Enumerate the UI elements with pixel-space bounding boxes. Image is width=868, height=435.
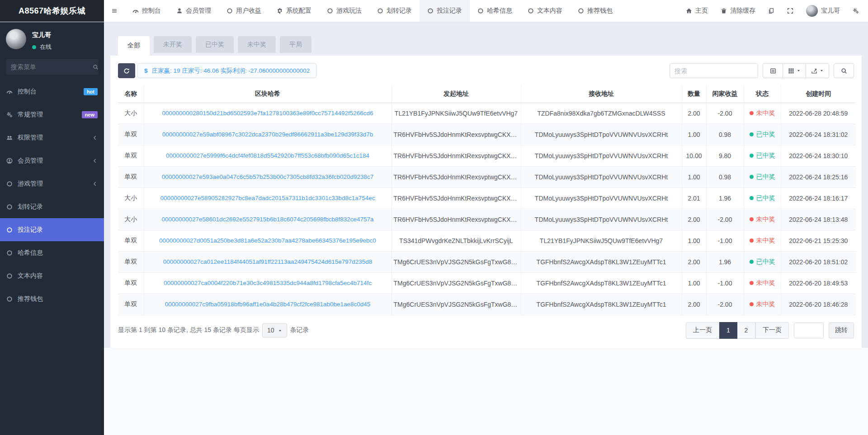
clear-cache-button[interactable]: 清除缓存: [714, 0, 762, 22]
cell-player-profit: 9.80: [706, 145, 744, 166]
user-menu[interactable]: 宝儿哥: [800, 0, 846, 22]
tab[interactable]: 平局: [280, 36, 311, 53]
tab[interactable]: 未开奖: [154, 36, 192, 53]
column-header[interactable]: 区块哈希: [144, 85, 392, 103]
topnav-item[interactable]: 游戏玩法: [319, 0, 369, 22]
page-number-button[interactable]: 2: [737, 322, 755, 339]
cell-created-time: 2022-06-20 18:51:02: [781, 251, 856, 272]
sidebar: 宝儿哥 在线 控制台 hot 常规管理 new: [0, 22, 104, 435]
sidebar-item-label: 文本内容: [18, 272, 43, 280]
column-header[interactable]: 闲家收益: [706, 85, 744, 103]
column-header[interactable]: 发起地址: [392, 85, 521, 103]
sidebar-toggle-icon[interactable]: [104, 0, 125, 22]
page-number-button[interactable]: 1: [719, 322, 737, 339]
sidebar-item[interactable]: 投注记录: [0, 218, 104, 241]
table-row[interactable]: 单双 00000000027e593ae0a047c6c5b57b253b00c…: [118, 166, 856, 187]
cell-block-hash-link[interactable]: 00000000027d0051a250be3d81a6e52a230b7aa4…: [144, 230, 392, 251]
sidebar-item[interactable]: 权限管理: [0, 126, 104, 149]
topnav-item[interactable]: 控制台: [125, 0, 169, 22]
page-size-select[interactable]: 10: [262, 323, 287, 337]
detail-view-button[interactable]: [763, 63, 783, 78]
home-icon: [686, 8, 692, 14]
cell-name: 大小: [118, 103, 144, 124]
page-jump-input[interactable]: [794, 323, 824, 338]
table-row[interactable]: 单双 00000000027d0051a250be3d81a6e52a230b7…: [118, 230, 856, 251]
sidebar-item[interactable]: 控制台 hot: [0, 80, 104, 103]
sidebar-item[interactable]: 推荐钱包: [0, 287, 104, 310]
sidebar-item[interactable]: 哈希信息: [0, 241, 104, 264]
refresh-button[interactable]: [118, 63, 135, 78]
cell-player-profit: -1.00: [706, 272, 744, 294]
columns-button[interactable]: [783, 63, 806, 78]
sidebar-item[interactable]: 会员管理: [0, 149, 104, 172]
search-button[interactable]: [834, 63, 854, 78]
tab[interactable]: 已中奖: [196, 36, 234, 53]
home-button[interactable]: 主页: [679, 0, 714, 22]
sidebar-item[interactable]: 游戏管理: [0, 172, 104, 195]
table-row[interactable]: 单双 00000000027e5999f6c4dcf4fef0818d55429…: [118, 145, 856, 166]
sidebar-item[interactable]: 常规管理 new: [0, 103, 104, 126]
table-row[interactable]: 大小 00000000027e58601dc2692e5527915b6b18c…: [118, 209, 856, 230]
cell-created-time: 2022-06-24 18:13:48: [781, 209, 856, 230]
status-label: 已中奖: [756, 131, 775, 138]
cell-block-hash-link[interactable]: 00000000027e58601dc2692e5527915b6b18c607…: [144, 209, 392, 230]
fullscreen-button[interactable]: [781, 0, 800, 22]
cell-block-hash-link[interactable]: 00000000027e5999f6c4dcf4fef0818d5542920b…: [144, 145, 392, 166]
sidebar-item-label: 游戏管理: [18, 180, 43, 188]
cell-player-profit: -2.00: [706, 103, 744, 124]
topnav-item-label: 投注记录: [437, 7, 462, 15]
table-search-input[interactable]: [670, 63, 758, 78]
cell-to-address: TGFHbnfS2AwcgXAdspT8KL3W1ZEuyMTTc1: [521, 272, 682, 294]
topnav-item[interactable]: 推荐钱包: [570, 0, 620, 22]
topnav-item[interactable]: 划转记录: [369, 0, 420, 22]
column-header[interactable]: 数量: [682, 85, 706, 103]
table-row[interactable]: 单双 00000000027e59abf08967c3022dca2370b29…: [118, 124, 856, 145]
next-page-button[interactable]: 下一页: [755, 322, 789, 339]
export-button[interactable]: [806, 63, 829, 78]
column-header[interactable]: 名称: [118, 85, 144, 103]
prev-page-button[interactable]: 上一页: [686, 322, 719, 339]
tab-label: 已中奖: [205, 41, 224, 48]
topnav-item[interactable]: 用户收益: [219, 0, 269, 22]
table-row[interactable]: 单双 00000000027c9fba05918bfb96aff1e0a4b28…: [118, 294, 856, 315]
tab-label: 平局: [289, 41, 302, 48]
cell-player-profit: 1.96: [706, 251, 744, 272]
tachometer-icon: [6, 89, 13, 95]
status-label: 已中奖: [756, 173, 775, 180]
cell-created-time: 2022-06-24 18:31:02: [781, 124, 856, 145]
topnav-item[interactable]: 投注记录: [420, 0, 470, 22]
copy-button[interactable]: [762, 0, 781, 22]
topnav-item[interactable]: 文本内容: [520, 0, 570, 22]
cell-block-hash-link[interactable]: 00000000027ca012ee1184f44051af91ff22113a…: [144, 251, 392, 272]
tab[interactable]: 全部: [118, 36, 150, 56]
trash-icon: [721, 8, 727, 14]
sidebar-item[interactable]: 文本内容: [0, 264, 104, 287]
settings-button[interactable]: [846, 0, 865, 22]
circle-icon: [6, 181, 13, 187]
cell-block-hash-link[interactable]: 00000000027c9fba05918bfb96aff1e0a4b28b47…: [144, 294, 392, 315]
status-dot: [750, 239, 754, 243]
filter-tabs: 全部 未开奖 已中奖 未中奖 平局: [118, 36, 862, 56]
table-row[interactable]: 单双 00000000027ca012ee1184f44051af91ff221…: [118, 251, 856, 272]
table-row[interactable]: 大小 00000000027e58905282927bc8ea7dadc2015…: [118, 187, 856, 209]
table-row[interactable]: 大小 000000000280150d21bd6502593e7fa127810…: [118, 103, 856, 124]
topnav-item[interactable]: 系统配置: [269, 0, 319, 22]
column-header[interactable]: 创建时间: [781, 85, 856, 103]
topnav-item[interactable]: 哈希信息: [470, 0, 520, 22]
cell-block-hash-link[interactable]: 00000000027e58905282927bc8ea7dadc2015a73…: [144, 187, 392, 209]
cell-block-hash-link[interactable]: 00000000027e593ae0a047c6c5b57b253b00c730…: [144, 166, 392, 187]
page-jump-button[interactable]: 跳转: [829, 323, 854, 338]
cell-block-hash-link[interactable]: 00000000027ca0004f220b71e30c3c49815335dc…: [144, 272, 392, 294]
menu-search-input[interactable]: [11, 63, 93, 70]
column-header[interactable]: 状态: [744, 85, 781, 103]
table-row[interactable]: 单双 00000000027ca0004f220b71e30c3c4981533…: [118, 272, 856, 294]
topnav-item[interactable]: 会员管理: [169, 0, 219, 22]
cell-block-hash-link[interactable]: 00000000027e59abf08967c3022dca2370b29edf…: [144, 124, 392, 145]
cell-block-hash-link[interactable]: 000000000280150d21bd6502593e7fa127810036…: [144, 103, 392, 124]
column-header[interactable]: 接收地址: [521, 85, 682, 103]
cell-from-address: TS341dPWvgdrKeZNLTbkkijLvKrrSCyijL: [392, 230, 521, 251]
sidebar-item[interactable]: 划转记录: [0, 195, 104, 218]
users-icon: [6, 135, 13, 141]
online-label: 在线: [40, 43, 52, 51]
tab[interactable]: 未中奖: [238, 36, 276, 53]
